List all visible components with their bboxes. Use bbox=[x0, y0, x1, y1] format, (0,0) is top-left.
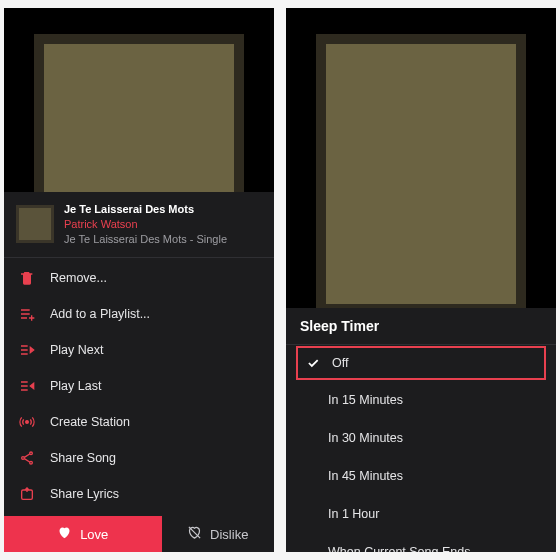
option-label: In 1 Hour bbox=[328, 507, 379, 521]
option-check-placeholder bbox=[300, 467, 318, 485]
heart-icon bbox=[57, 525, 72, 543]
option-label: When Current Song Ends bbox=[328, 545, 470, 552]
menu-label: Share Song bbox=[50, 451, 116, 465]
svg-point-0 bbox=[26, 420, 29, 423]
broadcast-icon bbox=[18, 413, 36, 431]
option-30min[interactable]: In 30 Minutes bbox=[286, 419, 556, 457]
album-art-backdrop bbox=[316, 34, 526, 314]
option-off[interactable]: Off bbox=[302, 354, 540, 372]
track-header: Je Te Laisserai Des Mots Patrick Watson … bbox=[4, 192, 274, 258]
sleep-timer-title: Sleep Timer bbox=[286, 308, 556, 345]
sleep-timer-sheet: Sleep Timer Off In 15 Minutes In 30 Minu… bbox=[286, 308, 556, 552]
menu-remove[interactable]: Remove... bbox=[4, 260, 274, 296]
menu-label: Share Lyrics bbox=[50, 487, 119, 501]
menu-label: Create Station bbox=[50, 415, 130, 429]
option-15min[interactable]: In 15 Minutes bbox=[286, 381, 556, 419]
album-thumbnail bbox=[16, 205, 54, 243]
playlist-add-icon bbox=[18, 305, 36, 323]
menu-list: Remove... Add to a Playlist... Play Next… bbox=[4, 258, 274, 552]
checkmark-icon bbox=[304, 354, 322, 372]
svg-point-3 bbox=[30, 461, 33, 464]
svg-point-1 bbox=[30, 452, 33, 455]
option-check-placeholder bbox=[300, 391, 318, 409]
menu-play-last[interactable]: Play Last bbox=[4, 368, 274, 404]
track-meta: Je Te Laisserai Des Mots Patrick Watson … bbox=[64, 202, 227, 247]
love-button[interactable]: Love bbox=[4, 516, 162, 552]
menu-share-lyrics[interactable]: Share Lyrics bbox=[4, 476, 274, 512]
option-label: Off bbox=[332, 356, 348, 370]
bottom-bar: Love Dislike bbox=[4, 516, 274, 552]
play-last-icon bbox=[18, 377, 36, 395]
option-check-placeholder bbox=[300, 543, 318, 552]
share-lyrics-icon bbox=[18, 485, 36, 503]
context-menu-sheet: Je Te Laisserai Des Mots Patrick Watson … bbox=[4, 192, 274, 552]
option-label: In 30 Minutes bbox=[328, 431, 403, 445]
phone-right: Sleep Timer Off In 15 Minutes In 30 Minu… bbox=[286, 8, 556, 552]
option-check-placeholder bbox=[300, 505, 318, 523]
dislike-button[interactable]: Dislike bbox=[162, 516, 275, 552]
track-title: Je Te Laisserai Des Mots bbox=[64, 202, 227, 217]
heart-slash-icon bbox=[187, 525, 202, 543]
off-option-highlight: Off bbox=[296, 346, 546, 380]
option-45min[interactable]: In 45 Minutes bbox=[286, 457, 556, 495]
trash-icon bbox=[18, 269, 36, 287]
option-label: In 45 Minutes bbox=[328, 469, 403, 483]
option-check-placeholder bbox=[300, 429, 318, 447]
track-album: Je Te Laisserai Des Mots - Single bbox=[64, 232, 227, 247]
phone-left: Je Te Laisserai Des Mots Patrick Watson … bbox=[4, 8, 274, 552]
love-label: Love bbox=[80, 527, 108, 542]
option-1hour[interactable]: In 1 Hour bbox=[286, 495, 556, 533]
dislike-label: Dislike bbox=[210, 527, 248, 542]
menu-label: Play Next bbox=[50, 343, 104, 357]
option-song-ends[interactable]: When Current Song Ends bbox=[286, 533, 556, 552]
menu-share-song[interactable]: Share Song bbox=[4, 440, 274, 476]
menu-label: Add to a Playlist... bbox=[50, 307, 150, 321]
play-next-icon bbox=[18, 341, 36, 359]
menu-add-playlist[interactable]: Add to a Playlist... bbox=[4, 296, 274, 332]
menu-label: Remove... bbox=[50, 271, 107, 285]
menu-create-station[interactable]: Create Station bbox=[4, 404, 274, 440]
share-icon bbox=[18, 449, 36, 467]
svg-point-2 bbox=[22, 456, 25, 459]
option-label: In 15 Minutes bbox=[328, 393, 403, 407]
track-artist: Patrick Watson bbox=[64, 217, 227, 232]
menu-play-next[interactable]: Play Next bbox=[4, 332, 274, 368]
menu-label: Play Last bbox=[50, 379, 101, 393]
